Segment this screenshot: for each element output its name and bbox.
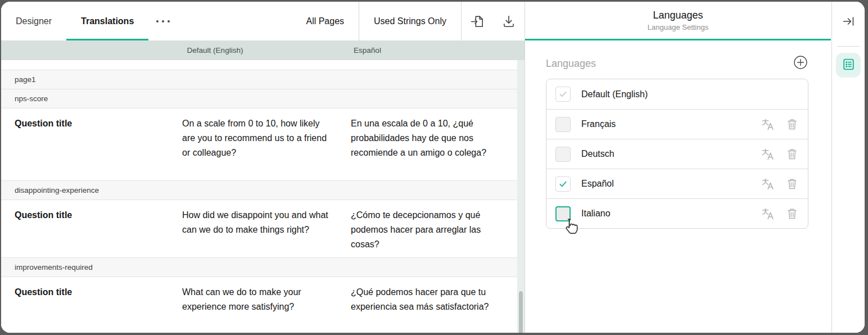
table-scrollbar-thumb[interactable] xyxy=(519,291,523,333)
language-row-francais: Français xyxy=(546,109,808,139)
languages-sidebar: Languages Language Settings Languages xyxy=(525,2,831,333)
toolbar-divider xyxy=(837,46,860,47)
sidebar-tab-strip xyxy=(831,2,865,333)
espanol-cell[interactable]: ¿Qué podemos hacer para que tu experienc… xyxy=(342,285,510,328)
group-label: page1 xyxy=(15,75,36,84)
creator-toolbar: Designer Translations All Pages Used Str… xyxy=(1,2,525,40)
table-scrollbar-track[interactable] xyxy=(517,60,525,333)
language-checkbox-default xyxy=(555,87,571,102)
language-checkbox-italiano[interactable] xyxy=(555,206,571,221)
language-checkbox-deutsch[interactable] xyxy=(555,147,571,162)
group-row-nps-score[interactable]: nps-score xyxy=(1,89,517,108)
language-row-deutsch: Deutsch xyxy=(546,139,808,169)
default-english-cell[interactable]: What can we do to make your experience m… xyxy=(173,285,342,328)
collapse-sidebar-button[interactable] xyxy=(842,15,855,30)
language-list: Default (English) Français xyxy=(546,79,808,229)
string-label: Question title xyxy=(1,208,173,252)
language-name: Français xyxy=(581,119,616,129)
languages-section-label: Languages xyxy=(546,58,596,70)
default-english-cell[interactable]: On a scale from 0 to 10, how likely are … xyxy=(173,116,342,175)
group-label: nps-score xyxy=(15,94,48,103)
delete-language-icon[interactable] xyxy=(786,178,798,190)
espanol-cell[interactable]: En una escala de 0 a 10, ¿qué probabilid… xyxy=(342,116,510,175)
collapse-arrow-icon xyxy=(842,15,855,30)
all-pages-dropdown[interactable]: All Pages xyxy=(291,2,359,40)
tab-designer-label: Designer xyxy=(16,16,52,26)
translation-table-body: page1 nps-score Question title On a scal… xyxy=(1,60,525,333)
column-header-default-english: Default (English) xyxy=(139,46,291,55)
more-tabs-button[interactable] xyxy=(148,2,178,40)
add-language-button[interactable] xyxy=(793,56,808,71)
espanol-cell[interactable]: ¿Cómo te decepcionamos y qué podemos hac… xyxy=(342,208,510,252)
string-label: Question title xyxy=(1,116,173,175)
group-row-disappointing-experience[interactable]: disappointing-experience xyxy=(1,180,517,200)
machine-translate-icon[interactable] xyxy=(761,148,774,161)
language-name: Deutsch xyxy=(581,149,614,159)
language-row-italiano: Italiano xyxy=(546,198,808,228)
export-translations-button[interactable] xyxy=(493,2,525,40)
machine-translate-icon[interactable] xyxy=(761,178,774,191)
sidebar-subtitle: Language Settings xyxy=(648,23,708,31)
import-translations-button[interactable] xyxy=(462,2,493,40)
sidebar-body: Languages Default (English) xyxy=(525,40,831,333)
language-checkbox-espanol[interactable] xyxy=(555,176,571,192)
all-pages-label: All Pages xyxy=(306,16,344,26)
used-strings-label: Used Strings Only xyxy=(374,16,446,26)
import-icon xyxy=(470,14,485,29)
used-strings-only-button[interactable]: Used Strings Only xyxy=(359,2,461,40)
language-row-espanol: Español xyxy=(546,169,808,198)
group-label: disappointing-experience xyxy=(15,186,99,194)
download-icon xyxy=(501,14,516,29)
machine-translate-icon[interactable] xyxy=(761,207,774,220)
list-settings-icon xyxy=(842,57,856,74)
sidebar-title: Languages xyxy=(653,10,703,21)
languages-section-header: Languages xyxy=(546,56,808,71)
tab-translations-label: Translations xyxy=(81,16,134,26)
language-name: Italiano xyxy=(581,209,611,219)
delete-language-icon[interactable] xyxy=(786,118,798,130)
delete-language-icon[interactable] xyxy=(786,148,798,160)
translation-row: Question title How did we disappoint you… xyxy=(1,200,517,257)
language-name: Default (English) xyxy=(581,89,648,99)
language-checkbox-francais[interactable] xyxy=(555,117,571,132)
language-row-default-english: Default (English) xyxy=(546,79,808,109)
language-name: Español xyxy=(581,179,614,189)
plus-circle-icon xyxy=(793,55,808,73)
tab-designer[interactable]: Designer xyxy=(1,2,66,40)
group-row-page1[interactable]: page1 xyxy=(1,70,517,89)
language-settings-tab-button[interactable] xyxy=(836,53,861,78)
toolbar-actions: All Pages Used Strings Only xyxy=(291,2,525,40)
survey-creator-window: Designer Translations All Pages Used Str… xyxy=(1,2,865,333)
delete-language-icon[interactable] xyxy=(786,207,798,220)
column-header-espanol: Español xyxy=(291,46,444,55)
ellipsis-icon xyxy=(156,20,159,22)
group-row-improvements-required[interactable]: improvements-required xyxy=(1,257,517,277)
translation-table-header: Default (English) Español xyxy=(1,40,525,60)
string-label: Question title xyxy=(1,285,173,328)
translation-row: Question title On a scale from 0 to 10, … xyxy=(1,108,517,180)
sidebar-header: Languages Language Settings xyxy=(525,2,831,40)
tab-translations[interactable]: Translations xyxy=(66,2,148,40)
default-english-cell[interactable]: How did we disappoint you and what can w… xyxy=(173,208,342,252)
translation-row: Question title What can we do to make yo… xyxy=(1,277,517,333)
group-label: improvements-required xyxy=(15,263,93,271)
machine-translate-icon[interactable] xyxy=(761,118,774,131)
translation-panel: Designer Translations All Pages Used Str… xyxy=(1,2,525,333)
